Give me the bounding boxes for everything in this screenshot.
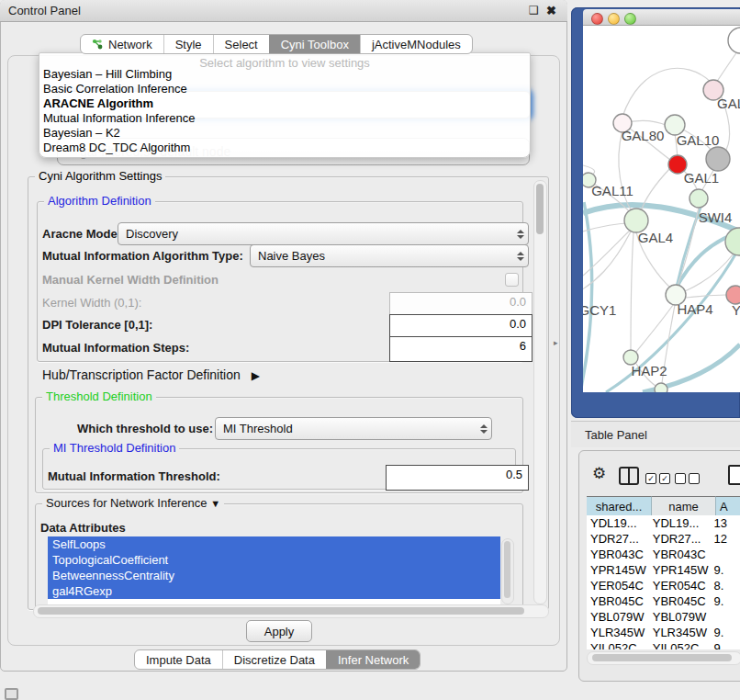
cell-value: 12 <box>710 531 740 547</box>
unchecked-box-icon <box>689 473 700 484</box>
node[interactable] <box>728 28 740 53</box>
node-label: HAP4 <box>677 301 712 317</box>
minimize-traffic-light[interactable] <box>608 13 620 25</box>
cell-value: 9. <box>710 625 740 640</box>
cell-name: YIL052C <box>649 640 711 649</box>
checked-box-icon: ✓ <box>659 473 670 484</box>
attributes-scrollbar[interactable] <box>501 538 514 604</box>
tab-discretize-data[interactable]: Discretize Data <box>222 650 326 669</box>
algorithm-option-selected[interactable]: ARACNE Algorithm <box>43 96 521 111</box>
kernel-width-field[interactable]: 0.0 <box>389 292 533 317</box>
zoom-traffic-light[interactable] <box>624 13 636 25</box>
aracne-mode-combo[interactable]: Discovery <box>118 222 529 245</box>
table-row[interactable]: YLR345W YLR345W 9. <box>587 625 740 640</box>
column-header-name[interactable]: name <box>652 496 716 515</box>
attributes-scrollbar-thumb[interactable] <box>504 541 510 598</box>
stepper-icon <box>477 424 491 434</box>
settings-scrollbar[interactable] <box>533 180 547 604</box>
column-header-shared-name[interactable]: shared... <box>587 496 652 515</box>
network-tab-icon <box>92 39 103 50</box>
apply-button[interactable]: Apply <box>246 620 312 642</box>
table-body: YDL19... YDL19... 13 YDR27... YDR27... 1… <box>587 515 740 649</box>
manual-kernel-width-label: Manual Kernel Width Definition <box>42 273 219 287</box>
settings-scrollbar-thumb[interactable] <box>536 184 544 234</box>
node-label: GAL4 <box>638 230 673 245</box>
tab-infer-network[interactable]: Infer Network <box>326 650 420 669</box>
tab-style[interactable]: Style <box>163 35 213 53</box>
table-row[interactable]: YBR043C YBR043C <box>587 547 740 562</box>
mi-steps-field[interactable]: 6 <box>389 336 533 362</box>
mi-threshold-field[interactable]: 0.5 <box>386 465 529 491</box>
cell-value: 8. <box>710 578 740 593</box>
stepper-icon <box>513 230 528 239</box>
table-row[interactable]: YBR045C YBR045C 9. <box>587 593 740 609</box>
node-swi4[interactable] <box>725 228 740 255</box>
cell-name: YDR27... <box>649 531 711 547</box>
mi-steps-label: Mutual Information Steps: <box>42 341 189 355</box>
tab-impute-data-label: Impute Data <box>146 653 211 667</box>
tab-jactivemnodules[interactable]: jActiveMNodules <box>360 35 472 53</box>
table-row[interactable]: YDL19... YDL19... 13 <box>587 515 740 531</box>
mi-threshold-definition-title: MI Threshold Definition <box>50 441 179 455</box>
algorithm-dropdown-popup: Select algorithm to view settings Bayesi… <box>39 52 531 158</box>
column-header-partial[interactable]: A <box>716 496 740 515</box>
table-hscrollbar[interactable] <box>587 651 740 665</box>
node-salmon[interactable] <box>726 286 740 304</box>
network-view-canvas[interactable]: GAL GAL80 GAL10 GAL1 GAL11 SWI4 GAL4 GCY… <box>583 26 740 392</box>
close-icon[interactable]: ✖ <box>546 4 556 17</box>
gear-icon[interactable]: ⚙ <box>592 464 606 483</box>
settings-hscrollbar-thumb[interactable] <box>38 607 524 615</box>
settings-hscrollbar[interactable] <box>33 604 549 618</box>
sources-title-text: Sources for Network Inference <box>46 496 207 510</box>
sources-group-title[interactable]: Sources for Network Inference ▼ <box>42 496 224 510</box>
manual-kernel-width-checkbox[interactable] <box>505 273 519 287</box>
splitter-handle-icon[interactable]: ▸ <box>554 338 558 347</box>
tab-network-label: Network <box>108 38 152 51</box>
which-threshold-combo[interactable]: MI Threshold <box>215 417 492 440</box>
network-window-titlebar[interactable] <box>583 9 740 26</box>
node[interactable] <box>655 383 667 392</box>
algorithm-option[interactable]: Mutual Information Inference <box>43 111 521 126</box>
tab-cyni-toolbox[interactable]: Cyni Toolbox <box>269 35 360 53</box>
cell-shared-name: YBL079W <box>587 609 649 625</box>
unchecked-box-icon <box>675 473 686 484</box>
table-row[interactable]: YDR27... YDR27... 12 <box>587 531 740 547</box>
algorithm-option[interactable]: Dream8 DC_TDC Algorithm <box>43 141 521 155</box>
deselect-all-icon[interactable] <box>675 469 702 486</box>
table-row[interactable]: YBL079W YBL079W <box>587 609 740 625</box>
table-mode-icon[interactable] <box>728 465 740 485</box>
kernel-width-label: Kernel Width (0,1): <box>42 296 141 310</box>
cell-shared-name: YBR045C <box>587 593 649 609</box>
table-hscrollbar-thumb[interactable] <box>592 654 732 661</box>
control-panel-titlebar[interactable]: Control Panel ❑ ✖ <box>0 0 567 22</box>
algorithm-option[interactable]: Bayesian – Hill Climbing <box>43 67 521 82</box>
algorithm-option[interactable]: Bayesian – K2 <box>43 126 521 141</box>
which-threshold-label: Which threshold to use: <box>77 422 213 435</box>
table-row[interactable]: YIL052C YIL052C 9 <box>587 640 740 649</box>
attribute-item[interactable]: SelfLoops <box>48 536 500 552</box>
mi-algorithm-type-combo[interactable]: Naive Bayes <box>250 244 529 267</box>
hub-definition-expander[interactable]: Hub/Transcription Factor Definition ▶ <box>42 367 260 382</box>
minimized-panel-icon[interactable] <box>5 688 18 700</box>
table-row[interactable]: YER054C YER054C 8. <box>587 578 740 593</box>
cyni-bottom-tabbar: Impute Data Discretize Data Infer Networ… <box>134 649 420 670</box>
node-labels: GAL GAL80 GAL10 GAL1 GAL11 SWI4 GAL4 GCY… <box>583 96 740 378</box>
node-label: Y <box>732 302 740 318</box>
attribute-item[interactable]: BetweennessCentrality <box>48 568 500 583</box>
attribute-item[interactable]: TopologicalCoefficient <box>48 552 500 568</box>
tab-network[interactable]: Network <box>81 35 163 53</box>
attribute-item[interactable]: gal4RGexp <box>48 583 500 599</box>
select-all-icon[interactable]: ✓✓ <box>645 469 673 486</box>
cell-value: 9. <box>710 562 740 578</box>
tab-impute-data[interactable]: Impute Data <box>135 650 222 669</box>
column-browser-icon[interactable] <box>619 467 639 485</box>
float-icon[interactable]: ❑ <box>529 4 539 17</box>
node-label: GAL <box>717 96 740 111</box>
cell-shared-name: YBR043C <box>587 547 649 562</box>
table-row[interactable]: YPR145W YPR145W 9. <box>587 562 740 578</box>
close-traffic-light[interactable] <box>591 13 603 25</box>
tab-select[interactable]: Select <box>213 35 269 53</box>
node-gray[interactable] <box>706 147 730 171</box>
node-gal1[interactable] <box>690 189 708 208</box>
algorithm-option[interactable]: Basic Correlation Inference <box>43 82 521 96</box>
